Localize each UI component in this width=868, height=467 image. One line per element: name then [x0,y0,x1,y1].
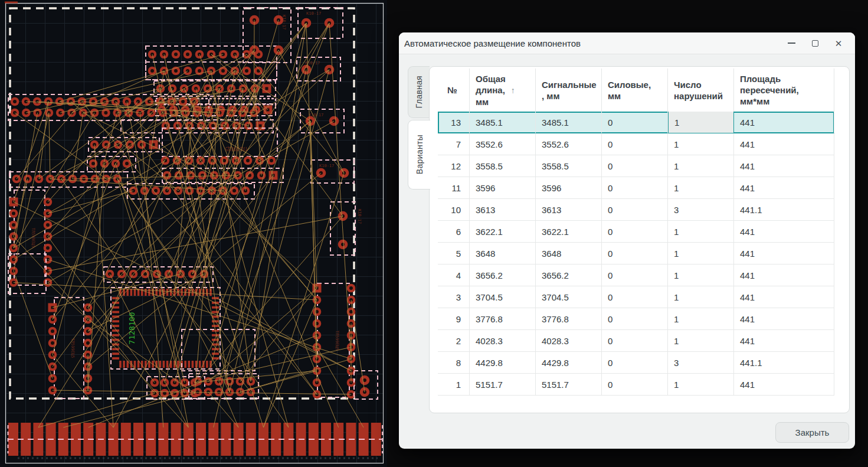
table-row[interactable]: 63622.13622.101441 [438,221,834,243]
cell-signal[interactable]: 4429.8 [536,352,602,374]
tab-varianty[interactable]: Варианты [408,120,430,190]
cell-violations[interactable]: 1 [668,286,734,308]
cell-area[interactable]: 441 [734,264,834,286]
cell-total[interactable]: 3552.6 [470,133,536,155]
cell-num[interactable]: 2 [438,330,470,352]
cell-violations[interactable]: 3 [668,199,734,221]
cell-total[interactable]: 4028.3 [470,330,536,352]
minimize-button[interactable] [782,35,801,51]
close-window-button[interactable]: ✕ [829,35,848,51]
cell-signal[interactable]: 3613 [536,199,602,221]
cell-num[interactable]: 3 [438,286,470,308]
cell-signal[interactable]: 3485.1 [536,112,602,133]
cell-total[interactable]: 3596 [470,177,536,199]
close-button[interactable]: Закрыть [775,422,849,443]
table-row[interactable]: 113596359601441 [438,177,834,199]
cell-violations[interactable]: 1 [668,243,734,264]
cell-num[interactable]: 9 [438,308,470,330]
cell-signal[interactable]: 5151.7 [536,374,602,396]
cell-area[interactable]: 441 [734,374,834,396]
cell-violations[interactable]: 1 [668,112,734,133]
cell-num[interactable]: 10 [438,199,470,221]
cell-signal[interactable]: 3558.5 [536,155,602,177]
cell-violations[interactable]: 1 [668,155,734,177]
cell-violations[interactable]: 1 [668,264,734,286]
cell-power[interactable]: 0 [602,352,668,374]
cell-power[interactable]: 0 [602,308,668,330]
cell-signal[interactable]: 3622.1 [536,221,602,243]
cell-area[interactable]: 441.1 [734,352,834,374]
cell-violations[interactable]: 1 [668,374,734,396]
cell-signal[interactable]: 3596 [536,177,602,199]
cell-total[interactable]: 3656.2 [470,264,536,286]
cell-num[interactable]: 13 [438,112,470,133]
cell-num[interactable]: 6 [438,221,470,243]
cell-area[interactable]: 441 [734,308,834,330]
cell-area[interactable]: 441 [734,177,834,199]
cell-total[interactable]: 3622.1 [470,221,536,243]
cell-total[interactable]: 5151.7 [470,374,536,396]
cell-violations[interactable]: 1 [668,133,734,155]
cell-power[interactable]: 0 [602,155,668,177]
table-row[interactable]: 93776.83776.801441 [438,308,834,330]
cell-total[interactable]: 3776.8 [470,308,536,330]
table-row[interactable]: 123558.53558.501441 [438,155,834,177]
table-row[interactable]: 33704.53704.501441 [438,286,834,308]
cell-total[interactable]: 3648 [470,243,536,264]
table-row[interactable]: 53648364801441 [438,243,834,264]
cell-signal[interactable]: 4028.3 [536,330,602,352]
cell-signal[interactable]: 3776.8 [536,308,602,330]
cell-power[interactable]: 0 [602,286,668,308]
cell-total[interactable]: 3558.5 [470,155,536,177]
table-row[interactable]: 133485.13485.101441 [438,112,834,133]
cell-num[interactable]: 1 [438,374,470,396]
cell-num[interactable]: 12 [438,155,470,177]
cell-area[interactable]: 441 [734,330,834,352]
cell-signal[interactable]: 3648 [536,243,602,264]
cell-total[interactable]: 3613 [470,199,536,221]
cell-power[interactable]: 0 [602,330,668,352]
column-header-signal[interactable]: Сигнальные, мм [536,68,602,112]
cell-violations[interactable]: 1 [668,330,734,352]
column-header-num[interactable]: № [438,68,470,112]
column-header-total[interactable]: Общаядлина,↑мм [470,68,536,112]
cell-power[interactable]: 0 [602,221,668,243]
cell-power[interactable]: 0 [602,199,668,221]
cell-total[interactable]: 3485.1 [470,112,536,133]
cell-area[interactable]: 441 [734,112,834,133]
cell-violations[interactable]: 1 [668,221,734,243]
cell-power[interactable]: 0 [602,133,668,155]
table-row[interactable]: 103613361303441.1 [438,199,834,221]
cell-signal[interactable]: 3656.2 [536,264,602,286]
table-row[interactable]: 73552.63552.601441 [438,133,834,155]
cell-signal[interactable]: 3552.6 [536,133,602,155]
cell-area[interactable]: 441 [734,286,834,308]
column-header-area[interactable]: Площадьпересечений,мм*мм [734,68,834,112]
table-row[interactable]: 43656.23656.201441 [438,264,834,286]
pcb-editor-canvas[interactable]: ТЛ599ЕЦ5ТЛ599ЕЦ5ТЛ599ЕЦ57128100ТЛ599ЕЦ5K… [0,0,389,467]
table-row[interactable]: 15151.75151.701441 [438,374,834,396]
column-header-power[interactable]: Силовые,мм [602,68,668,112]
cell-area[interactable]: 441.1 [734,199,834,221]
cell-violations[interactable]: 1 [668,308,734,330]
cell-total[interactable]: 3704.5 [470,286,536,308]
dialog-titlebar[interactable]: Автоматическое размещение компонентов ✕ [399,32,855,54]
table-row[interactable]: 24028.34028.301441 [438,330,834,352]
cell-signal[interactable]: 3704.5 [536,286,602,308]
cell-num[interactable]: 5 [438,243,470,264]
cell-violations[interactable]: 1 [668,177,734,199]
cell-power[interactable]: 0 [602,264,668,286]
cell-power[interactable]: 0 [602,177,668,199]
cell-num[interactable]: 8 [438,352,470,374]
cell-power[interactable]: 0 [602,112,668,133]
tab-glavnaya[interactable]: Главная [408,66,430,118]
table-row[interactable]: 84429.84429.803441.1 [438,352,834,374]
column-header-violations[interactable]: Числонарушений [668,68,734,112]
maximize-button[interactable] [805,35,824,51]
cell-area[interactable]: 441 [734,221,834,243]
cell-total[interactable]: 4429.8 [470,352,536,374]
cell-num[interactable]: 7 [438,133,470,155]
cell-area[interactable]: 441 [734,155,834,177]
cell-power[interactable]: 0 [602,243,668,264]
cell-num[interactable]: 4 [438,264,470,286]
